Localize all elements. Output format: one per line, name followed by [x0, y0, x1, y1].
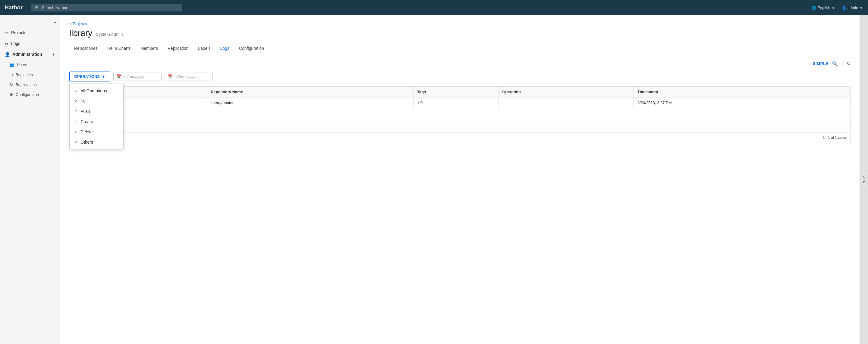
event-panel[interactable]: EVENT — [860, 15, 868, 344]
pagination-text: 1 - 1 of 1 items — [823, 136, 846, 140]
tab-replication[interactable]: Replication — [163, 43, 193, 54]
cell-tags: 1.0 — [413, 97, 498, 108]
col-repository-name: Repository Name — [207, 87, 413, 97]
check-icon: ✓ — [74, 99, 78, 103]
operations-button[interactable]: OPERATIONS ▼ — [69, 71, 110, 82]
user-icon: 👤 — [841, 5, 846, 10]
chevron-down-icon: ▼ — [52, 53, 55, 56]
simple-button[interactable]: SIMPLE — [813, 61, 828, 66]
breadcrumb-link[interactable]: < Projects — [69, 22, 87, 26]
check-icon: ✓ — [74, 130, 78, 134]
dropdown-item-others[interactable]: ✓ Others — [70, 137, 123, 147]
tab-configuration[interactable]: Configuration — [234, 43, 269, 54]
breadcrumb: < Projects — [69, 21, 850, 26]
sidebar-sub-label: Registries — [16, 73, 33, 77]
dropdown-item-label: Create — [81, 119, 93, 124]
admin-icon: 👤 — [5, 52, 10, 57]
dropdown-item-label: Others — [81, 140, 93, 145]
check-icon: ✓ — [74, 89, 78, 93]
date-to-input[interactable]: 📅 dd/mm/yyyy — [164, 72, 213, 81]
dropdown-item-label: Delete — [81, 130, 93, 134]
topnav: Harbor 🔍 Search Harbor... 🌐 English ▼ 👤 … — [0, 0, 868, 15]
system-label: System Admin — [96, 32, 123, 37]
operations-dropdown: ✓ All Operations ✓ Pull ✓ Push ✓ Create … — [69, 84, 124, 149]
table-header-row: Username Repository Name Tags Operation … — [70, 87, 850, 97]
dropdown-item-all-operations[interactable]: ✓ All Operations — [70, 86, 123, 96]
col-timestamp: Timestamp — [634, 87, 850, 97]
tab-helm-charts[interactable]: Helm Charts — [102, 43, 135, 54]
app-logo: Harbor — [5, 4, 23, 11]
sidebar-collapse-button[interactable]: « — [0, 18, 60, 27]
sidebar-item-configuration[interactable]: ⚙ Configuration — [0, 90, 60, 99]
dropdown-item-create[interactable]: ✓ Create — [70, 116, 123, 127]
box-icon: ◻ — [10, 73, 13, 77]
cell-timestamp: 8/20/2018, 2:27 PM — [634, 97, 850, 108]
col-tags: Tags — [413, 87, 498, 97]
divider: | — [841, 60, 843, 67]
pagination: 1 - 1 of 1 items — [69, 133, 850, 143]
refresh-icon[interactable]: ↻ — [846, 61, 850, 66]
dropdown-item-delete[interactable]: ✓ Delete — [70, 127, 123, 137]
dropdown-item-push[interactable]: ✓ Push — [70, 106, 123, 116]
globe-icon: 🌐 — [811, 5, 816, 10]
tab-repositories[interactable]: Repositories — [69, 43, 102, 54]
page-title-area: library System Admin — [69, 28, 850, 38]
sidebar-item-logs[interactable]: ☷ Logs — [0, 38, 60, 49]
date-to-placeholder: dd/mm/yyyy — [175, 74, 195, 79]
date-from-input[interactable]: 📅 dd/mm/yyyy — [113, 72, 161, 81]
logs-table: Username Repository Name Tags Operation … — [69, 86, 850, 133]
check-icon: ✓ — [74, 109, 78, 113]
page-title: library — [69, 28, 92, 38]
sidebar-item-replications[interactable]: ↻ Replications — [0, 80, 60, 90]
event-label: EVENT — [862, 173, 866, 187]
check-icon: ✓ — [74, 119, 78, 124]
sidebar-item-projects[interactable]: ☷ Projects — [0, 27, 60, 38]
sidebar-item-label: Projects — [11, 30, 27, 35]
calendar-icon: 📅 — [168, 74, 173, 79]
operations-label: OPERATIONS — [74, 74, 100, 79]
col-operation: Operation — [498, 87, 634, 97]
language-selector[interactable]: 🌐 English ▼ — [811, 5, 835, 10]
chevron-down-icon: ▼ — [101, 74, 105, 79]
tab-members[interactable]: Members — [135, 43, 163, 54]
replication-icon: ↻ — [10, 82, 13, 87]
toolbar: SIMPLE 🔍 | ↻ — [69, 60, 850, 67]
table-row-empty-1 — [70, 108, 850, 120]
gear-icon: ⚙ — [10, 92, 13, 97]
layout: « ☷ Projects ☷ Logs 👤 Administration ▼ 👥… — [0, 15, 868, 344]
date-from-placeholder: dd/mm/yyyy — [123, 74, 144, 79]
dropdown-item-pull[interactable]: ✓ Pull — [70, 96, 123, 106]
filter-row: OPERATIONS ▼ ✓ All Operations ✓ Pull ✓ P… — [69, 71, 850, 82]
sidebar: « ☷ Projects ☷ Logs 👤 Administration ▼ 👥… — [0, 15, 60, 344]
calendar-icon: 📅 — [117, 74, 121, 79]
chevron-down-icon: ▼ — [859, 5, 863, 10]
search-bar[interactable]: 🔍 Search Harbor... — [31, 4, 182, 11]
sidebar-sub-label: Configuration — [16, 92, 39, 97]
cell-repository-name: library/photon — [207, 97, 413, 108]
collapse-icon: « — [54, 20, 56, 25]
user-menu[interactable]: 👤 admin ▼ — [841, 5, 863, 10]
list-icon: ☷ — [5, 41, 9, 46]
users-icon: 👥 — [10, 62, 14, 67]
tab-labels[interactable]: Labels — [193, 43, 215, 54]
check-icon: ✓ — [74, 140, 78, 144]
sidebar-sub-label: Replications — [16, 82, 37, 87]
sidebar-item-registries[interactable]: ◻ Registries — [0, 70, 60, 80]
user-label: admin — [847, 5, 858, 10]
search-placeholder: Search Harbor... — [42, 5, 70, 10]
topnav-right: 🌐 English ▼ 👤 admin ▼ — [811, 5, 863, 10]
tab-logs[interactable]: Logs — [216, 43, 234, 54]
sidebar-administration[interactable]: 👤 Administration ▼ — [0, 49, 60, 60]
administration-label: Administration — [12, 52, 42, 57]
sidebar-item-users[interactable]: 👥 Users — [0, 60, 60, 70]
chevron-down-icon: ▼ — [832, 5, 835, 10]
table-row-empty-2 — [70, 120, 850, 133]
search-icon: 🔍 — [35, 5, 39, 10]
main-content: < Projects library System Admin Reposito… — [60, 15, 860, 344]
dropdown-item-label: All Operations — [81, 88, 107, 93]
search-icon[interactable]: 🔍 — [832, 61, 838, 66]
sidebar-sub-label: Users — [17, 62, 27, 67]
table-row: admin library/photon 1.0 8/20/2018, 2:27… — [70, 97, 850, 108]
dropdown-item-label: Push — [81, 109, 90, 114]
cell-operation — [498, 97, 634, 108]
